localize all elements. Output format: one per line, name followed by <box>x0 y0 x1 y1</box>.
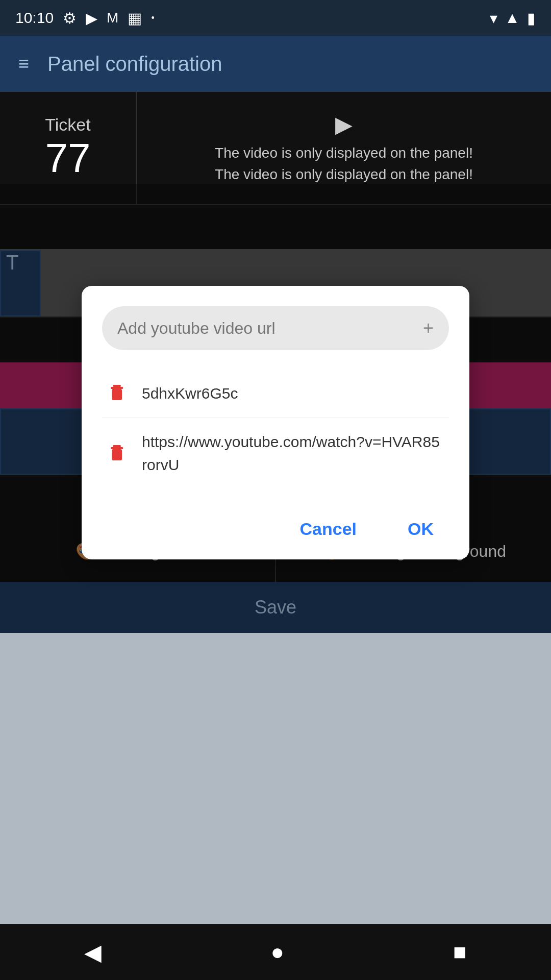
play-badge-icon: ▶ <box>86 9 97 27</box>
dot-icon: • <box>151 13 154 23</box>
calendar-icon: ▦ <box>128 9 142 27</box>
cancel-button[interactable]: Cancel <box>290 514 367 544</box>
trash-icon-2 <box>107 441 127 463</box>
main-content: Ticket 77 ▶ The video is only displayed … <box>0 92 551 633</box>
svg-rect-3 <box>113 445 121 447</box>
video-item-2: https://www.youtube.com/watch?v=HVAR85ro… <box>102 418 449 488</box>
add-video-icon[interactable]: + <box>423 317 434 339</box>
video-text: The video is only displayed on the panel… <box>215 142 473 185</box>
video-id-2: https://www.youtube.com/watch?v=HVAR85ro… <box>142 430 444 476</box>
wifi-icon: ▾ <box>490 9 497 27</box>
video-list: 5dhxKwr6G5c https://www.youtube.com/watc… <box>102 369 449 488</box>
battery-icon: ▮ <box>527 9 536 27</box>
dialog-overlay: + 5dhxKwr6G5c <box>0 184 551 633</box>
recents-button[interactable]: ■ <box>453 939 467 965</box>
delete-button-2[interactable] <box>107 441 127 465</box>
back-button[interactable]: ◀ <box>84 939 102 965</box>
toolbar: ≡ Panel configuration <box>0 36 551 92</box>
signal-icon: ▲ <box>505 9 520 27</box>
delete-button-1[interactable] <box>107 381 127 405</box>
status-bar: 10:10 ⚙ ▶ M ▦ • ▾ ▲ ▮ <box>0 0 551 36</box>
gmail-icon: M <box>107 10 118 26</box>
video-url-input[interactable] <box>117 319 423 338</box>
dialog-actions: Cancel OK <box>102 499 449 559</box>
status-left: 10:10 ⚙ ▶ M ▦ • <box>15 9 155 27</box>
video-id-1: 5dhxKwr6G5c <box>142 382 238 405</box>
status-right: ▾ ▲ ▮ <box>490 9 536 27</box>
ticket-number: 77 <box>45 135 91 182</box>
nav-bar: ◀ ● ■ <box>0 924 551 980</box>
page-title: Panel configuration <box>47 53 222 76</box>
video-text-line1: The video is only displayed on the panel… <box>215 142 473 164</box>
video-text-line2: The video is only displayed on the panel… <box>215 164 473 185</box>
time-display: 10:10 <box>15 9 54 27</box>
gear-icon: ⚙ <box>63 9 77 27</box>
home-button[interactable]: ● <box>270 939 284 965</box>
video-play-icon: ▶ <box>335 111 353 137</box>
svg-rect-5 <box>112 449 122 460</box>
video-url-input-row[interactable]: + <box>102 306 449 350</box>
svg-rect-0 <box>113 385 121 387</box>
svg-rect-1 <box>111 387 123 389</box>
svg-rect-2 <box>112 389 122 400</box>
video-item-1: 5dhxKwr6G5c <box>102 369 449 418</box>
hamburger-icon[interactable]: ≡ <box>18 53 29 75</box>
ticket-label: Ticket <box>45 115 90 135</box>
svg-rect-4 <box>111 447 123 449</box>
youtube-dialog: + 5dhxKwr6G5c <box>82 286 469 559</box>
trash-icon-1 <box>107 381 127 403</box>
ok-button[interactable]: OK <box>397 514 444 544</box>
